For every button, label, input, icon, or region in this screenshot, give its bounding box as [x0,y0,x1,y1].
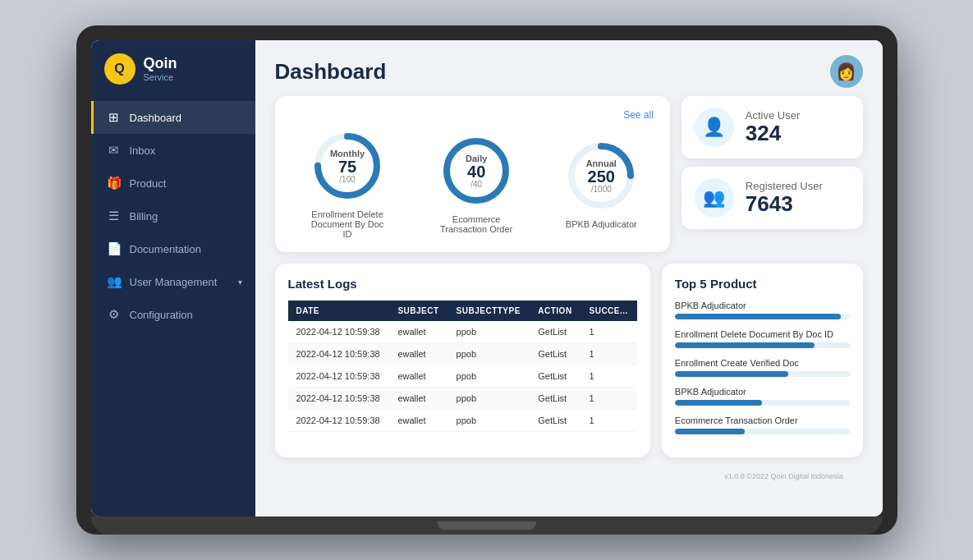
logs-table: DATE SUBJECT SUBJECTTYPE ACTION SUCCE...… [288,301,637,432]
donut-monthly-chart: Monthly 75 /100 [310,129,384,203]
bottom-row: Latest Logs DATE SUBJECT SUBJECTTYPE ACT… [275,264,863,457]
inbox-icon: ✉ [107,143,122,158]
sidebar-nav: ⊞ Dashboard ✉ Inbox 🎁 Product ☰ Billing … [91,101,255,516]
right-col: 👤 Active User 324 👥 Registered User 7643 [682,96,863,229]
stats-card: See all [275,96,670,252]
sidebar-item-configuration[interactable]: ⚙ Configuration [91,298,255,331]
active-user-title: Active User [746,109,800,122]
donut-monthly-label: Enrollment Delete Document By Doc ID [306,209,388,239]
registered-user-card: 👥 Registered User 7643 [682,167,863,229]
top5-card: Top 5 Product BPKB Adjudicator Enrollmen… [662,264,863,457]
col-subject: SUBJECT [389,301,447,321]
sidebar-label-documentation: Documentation [130,243,201,255]
donut-daily-label: Ecommerce Transaction Order [435,214,517,234]
registered-user-value: 7643 [746,192,823,216]
top5-bar-bg [675,342,850,348]
logo-icon: Q [104,53,135,85]
table-row: 2022-04-12 10:59:38ewalletppobGetList1 [288,321,637,343]
sidebar-item-inbox[interactable]: ✉ Inbox [91,134,255,167]
top5-bar-fill [675,314,841,319]
app-name: Qoin [144,56,177,72]
sidebar-item-documentation[interactable]: 📄 Documentation [91,232,255,265]
sidebar-label-product: Product [130,177,167,190]
top5-bar-fill [675,342,815,348]
donut-daily-value: 40 [466,163,487,180]
app-sub: Service [144,72,177,82]
active-user-value: 324 [746,122,800,145]
table-row: 2022-04-12 10:59:38ewalletppobGetList1 [288,388,637,410]
logo: Q Qoin Service [91,53,255,101]
see-all-row: See all [291,109,654,121]
sidebar-item-dashboard[interactable]: ⊞ Dashboard [91,101,255,134]
list-item: BPKB Adjudicator [675,387,850,406]
registered-user-title: Registered User [746,180,823,192]
list-item: BPKB Adjudicator [675,301,850,319]
configuration-icon: ⚙ [107,307,122,322]
active-user-icon: 👤 [695,108,734,147]
donut-monthly: Monthly 75 /100 Enrollment Delete Docume… [306,129,388,239]
top5-item-name: Enrollment Create Verified Doc [675,358,850,368]
logs-table-body: 2022-04-12 10:59:38ewalletppobGetList120… [288,321,637,432]
sidebar-label-billing: Billing [130,210,158,223]
page-title: Dashboard [275,59,387,85]
active-user-card: 👤 Active User 324 [682,96,863,158]
laptop-notch [438,521,536,530]
donut-daily: Daily 40 /40 Ecommerce Transaction Order [435,134,517,234]
top5-bar-bg [675,371,850,377]
top5-items: BPKB Adjudicator Enrollment Delete Docum… [675,301,850,434]
user-management-icon: 👥 [107,274,122,289]
list-item: Enrollment Create Verified Doc [675,358,850,377]
top5-item-name: BPKB Adjudicator [675,387,850,397]
donut-annual-chart: Annual 250 /1000 [564,139,638,213]
dashboard-icon: ⊞ [107,110,122,125]
sidebar: Q Qoin Service ⊞ Dashboard ✉ Inbox 🎁 Pro… [91,40,255,516]
footer: v1.0.0 ©2022 Qoin Digital Indonesia [275,469,863,487]
avatar[interactable]: 👩 [830,55,863,88]
donut-monthly-max: /100 [330,175,365,184]
dashboard-body: See all [255,96,883,516]
header: Dashboard 👩 [255,40,883,96]
sidebar-item-billing[interactable]: ☰ Billing [91,200,255,232]
list-item: Enrollment Delete Document By Doc ID [675,329,850,348]
sidebar-item-product[interactable]: 🎁 Product [91,167,255,200]
donut-monthly-value: 75 [330,158,365,175]
col-action: ACTION [530,301,581,321]
product-icon: 🎁 [107,176,122,190]
donut-annual: Annual 250 /1000 BPKB Adjudicator [564,139,638,229]
top5-bar-bg [675,400,850,406]
chevron-down-icon: ▾ [238,278,242,287]
documentation-icon: 📄 [107,241,122,256]
top5-bar-fill [675,429,745,434]
top5-bar-bg [675,314,850,319]
table-row: 2022-04-12 10:59:38ewalletppobGetList1 [288,410,637,432]
sidebar-label-user-management: User Management [130,276,218,288]
top5-bar-fill [675,371,788,377]
list-item: Ecommerce Transaction Order [675,415,850,434]
laptop-frame: Q Qoin Service ⊞ Dashboard ✉ Inbox 🎁 Pro… [76,25,897,535]
see-all-link[interactable]: See all [623,109,654,121]
logs-card: Latest Logs DATE SUBJECT SUBJECTTYPE ACT… [275,264,650,457]
donut-daily-max: /40 [466,180,487,189]
top5-item-name: BPKB Adjudicator [675,301,850,310]
col-date: DATE [288,301,390,321]
donuts-row: Monthly 75 /100 Enrollment Delete Docume… [291,129,654,239]
top-row: See all [275,96,863,252]
table-row: 2022-04-12 10:59:38ewalletppobGetList1 [288,343,637,365]
top5-bar-fill [675,400,762,406]
top5-bar-bg [675,429,850,434]
donut-annual-value: 250 [586,168,617,185]
billing-icon: ☰ [107,209,122,223]
sidebar-label-dashboard: Dashboard [130,112,182,124]
top5-title: Top 5 Product [675,277,850,291]
donut-daily-chart: Daily 40 /40 [439,134,513,208]
sidebar-item-user-management[interactable]: 👥 User Management ▾ [91,265,255,298]
top5-item-name: Ecommerce Transaction Order [675,415,850,425]
logs-title: Latest Logs [288,277,637,291]
col-subjecttype: SUBJECTTYPE [448,301,530,321]
sidebar-label-configuration: Configuration [130,309,193,321]
logs-table-header: DATE SUBJECT SUBJECTTYPE ACTION SUCCE... [288,301,637,321]
main-content: Dashboard 👩 See all [255,40,883,516]
col-success: SUCCE... [581,301,637,321]
donut-annual-label: BPKB Adjudicator [566,219,637,229]
table-row: 2022-04-12 10:59:38ewalletppobGetList1 [288,365,637,388]
